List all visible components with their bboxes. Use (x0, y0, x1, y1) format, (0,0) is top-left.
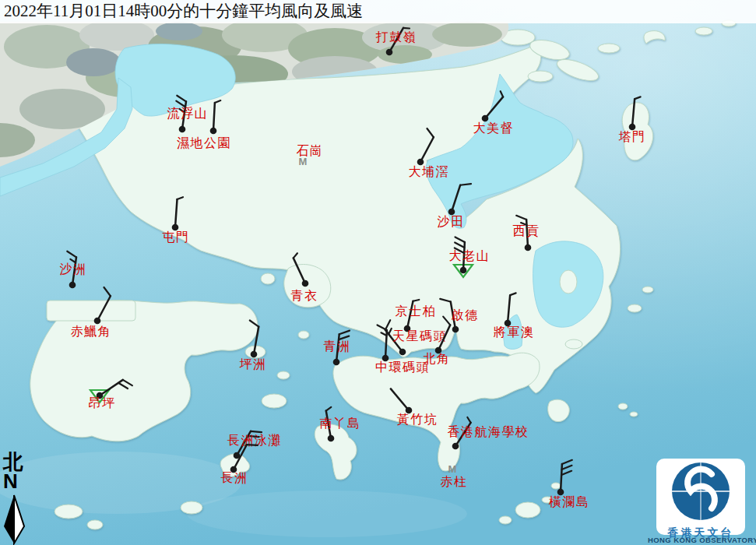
station-dot (525, 244, 532, 251)
island (499, 516, 512, 524)
station-label: 流浮山 (167, 106, 209, 121)
land-airport-platform (47, 301, 135, 321)
island-kau-sai-chau (560, 270, 577, 294)
map-title: 2022年11月01日14時00分的十分鐘平均風向及風速 (4, 2, 363, 20)
hong-kong-wind-map: 打鼓嶺流浮山濕地公園M石崗大埔滘大美督塔門沙田西貢大老山屯門沙洲赤鱲角青衣京士柏… (0, 0, 756, 545)
wind-barb-feather (251, 431, 262, 432)
station-label: 將軍澳 (494, 325, 535, 339)
station-dot (452, 326, 459, 333)
station-dot (302, 280, 309, 287)
station-label: 黃竹坑 (397, 412, 438, 427)
hko-logo-english: HONG KONG OBSERVATORY (648, 536, 754, 544)
station-dot (399, 349, 406, 356)
station-label: 南丫島 (320, 416, 361, 431)
island (298, 331, 309, 339)
station-dot (210, 128, 217, 135)
island (598, 44, 620, 53)
island (642, 287, 653, 293)
station-dot (460, 267, 467, 274)
island-tung-lung (548, 399, 570, 421)
station-dot (69, 282, 76, 289)
island (55, 505, 83, 519)
station-label: 青衣 (291, 288, 318, 303)
station-label: 濕地公園 (177, 135, 231, 150)
station-label: 西貢 (513, 223, 540, 238)
island (628, 304, 642, 312)
compass-north-letter: N (3, 472, 34, 490)
station-label: 塔門 (619, 129, 646, 144)
station-label: 大埔滘 (409, 164, 450, 179)
wind-map-app: 打鼓嶺流浮山濕地公園M石崗大埔滘大美督塔門沙田西貢大老山屯門沙洲赤鱲角青衣京士柏… (0, 0, 756, 545)
island (277, 371, 290, 379)
station-label: 京士柏 (396, 304, 437, 318)
station-label: 沙田 (438, 214, 465, 229)
missing-data-marker: M (448, 463, 457, 475)
station-label: 沙洲 (60, 262, 87, 276)
station-dot (333, 359, 340, 366)
hko-logo-box: 香港天文台 (656, 459, 745, 535)
island (262, 394, 287, 408)
station-label: 啟德 (452, 308, 479, 322)
island (87, 520, 103, 529)
station-label: 橫瀾島 (549, 494, 590, 509)
station-label: 石崗 (297, 143, 324, 158)
station-label: 北角 (424, 351, 451, 366)
wind-barb-feather (403, 28, 410, 29)
station-label: 坪洲 (240, 357, 267, 371)
island (515, 502, 540, 518)
station-dot (452, 443, 459, 450)
station-label: 長洲 (221, 470, 248, 485)
land-ma-wan (261, 273, 275, 284)
island (630, 412, 638, 417)
station-label: 赤柱 (441, 474, 468, 489)
island (565, 339, 582, 349)
hko-logo-emblem (669, 460, 733, 522)
station-dot (179, 126, 186, 133)
station-label: 中環碼頭 (375, 360, 430, 374)
station-dot (328, 435, 335, 442)
island (528, 71, 553, 82)
station-label: 打鼓嶺 (375, 30, 417, 44)
station-dot (94, 318, 101, 325)
island (618, 403, 628, 410)
station-label: 大美督 (473, 121, 515, 135)
station-label: 赤鱲角 (71, 324, 112, 339)
title-bar: 2022年11月01日14時00分的十分鐘平均風向及風速 (0, 0, 756, 23)
station-label: 大老山 (449, 248, 491, 263)
compass: 北 N (3, 452, 34, 490)
station-label: 青洲 (324, 339, 351, 353)
station-dot (386, 49, 393, 56)
island (181, 501, 202, 514)
station-label: 屯門 (163, 230, 190, 244)
station-label: 香港航海學校 (448, 424, 529, 439)
hko-logo: 香港天文台 HONG KONG OBSERVATORY (648, 459, 754, 544)
station-label: 天星碼頭 (392, 329, 447, 343)
wind-barb-feather (247, 445, 258, 445)
cloud-streak (187, 490, 467, 537)
island (695, 27, 712, 35)
island (551, 483, 561, 489)
station-label: 昂坪 (89, 396, 116, 410)
